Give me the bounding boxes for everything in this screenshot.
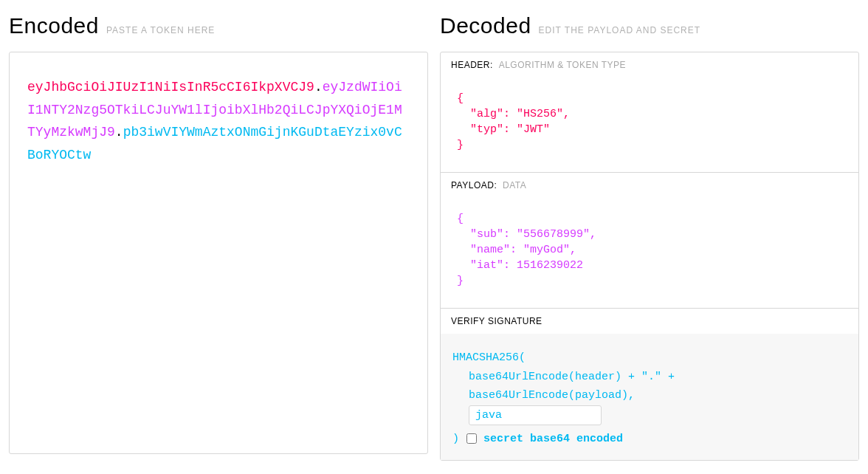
- header-section: HEADER: ALGORITHM & TOKEN TYPE { "alg": …: [441, 52, 858, 173]
- encoded-column: Encoded PASTE A TOKEN HERE eyJhbGciOiJIU…: [3, 0, 434, 461]
- payload-section-head: PAYLOAD: DATA: [441, 173, 858, 198]
- signature-line-header: base64UrlEncode(header) + "." +: [452, 368, 847, 387]
- signature-section-label: VERIFY SIGNATURE: [451, 316, 542, 326]
- signature-fn-close: ): [452, 430, 459, 449]
- decoded-title: Decoded: [440, 13, 531, 38]
- payload-section: PAYLOAD: DATA { "sub": "556678999", "nam…: [441, 173, 858, 309]
- payload-json-editor[interactable]: { "sub": "556678999", "name": "myGod", "…: [441, 198, 858, 308]
- encoded-panel: eyJhbGciOiJIUzI1NiIsInR5cCI6IkpXVCJ9.eyJ…: [9, 52, 428, 454]
- encoded-title: Encoded: [9, 13, 99, 38]
- token-dot: .: [314, 80, 323, 95]
- payload-section-sub: DATA: [503, 180, 526, 190]
- token-dot: .: [115, 125, 123, 140]
- encoded-heading: Encoded PASTE A TOKEN HERE: [9, 13, 428, 38]
- secret-base64-checkbox[interactable]: [466, 433, 477, 444]
- signature-fn-open: HMACSHA256(: [452, 348, 847, 368]
- secret-base64-label: secret base64 encoded: [483, 430, 623, 449]
- signature-section-head: VERIFY SIGNATURE: [441, 309, 858, 334]
- decoded-heading: Decoded EDIT THE PAYLOAD AND SECRET: [440, 13, 859, 38]
- signature-section: VERIFY SIGNATURE HMACSHA256( base64UrlEn…: [441, 309, 858, 460]
- signature-body: HMACSHA256( base64UrlEncode(header) + ".…: [441, 334, 858, 460]
- header-section-label: HEADER:: [451, 60, 493, 70]
- header-section-sub: ALGORITHM & TOKEN TYPE: [499, 60, 626, 70]
- encoded-token-input[interactable]: eyJhbGciOiJIUzI1NiIsInR5cCI6IkpXVCJ9.eyJ…: [10, 52, 427, 190]
- decoded-column: Decoded EDIT THE PAYLOAD AND SECRET HEAD…: [434, 0, 865, 461]
- decoded-hint: EDIT THE PAYLOAD AND SECRET: [539, 25, 701, 35]
- decoded-panel: HEADER: ALGORITHM & TOKEN TYPE { "alg": …: [440, 52, 859, 461]
- header-section-head: HEADER: ALGORITHM & TOKEN TYPE: [441, 52, 858, 78]
- token-header-part: eyJhbGciOiJIUzI1NiIsInR5cCI6IkpXVCJ9: [27, 80, 314, 95]
- signature-line-payload: base64UrlEncode(payload),: [452, 386, 847, 405]
- secret-input[interactable]: [469, 405, 602, 425]
- header-json-editor[interactable]: { "alg": "HS256", "typ": "JWT" }: [441, 78, 858, 172]
- payload-section-label: PAYLOAD:: [451, 180, 497, 190]
- encoded-hint: PASTE A TOKEN HERE: [106, 25, 215, 35]
